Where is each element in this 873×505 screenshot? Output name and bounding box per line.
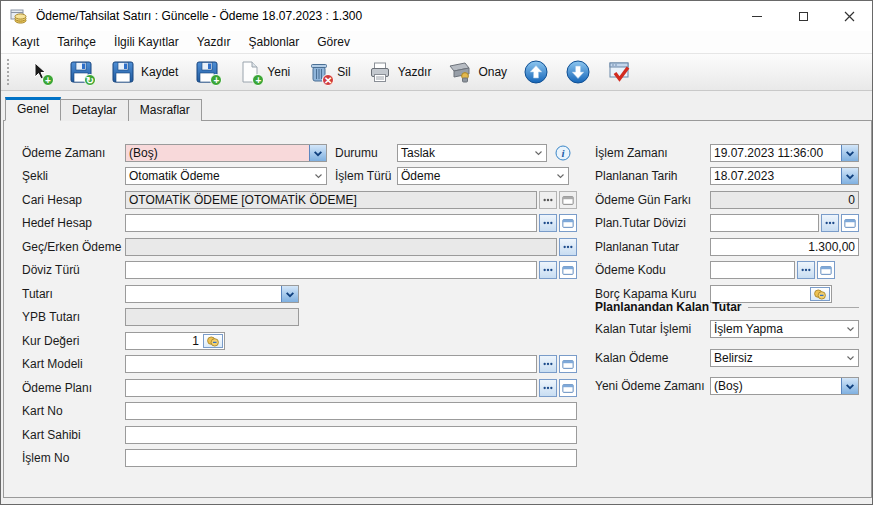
islem-turu-combo[interactable]: Ödeme [397, 167, 569, 185]
exchange-rate-icon[interactable] [203, 334, 223, 348]
dropdown-arrow-icon[interactable] [841, 168, 858, 184]
gec-erken-odeme-field [125, 238, 557, 256]
field-label-plan-tutar-dovizi: Plan.Tutar Dövizi [595, 214, 710, 232]
odeme-plani-open-card-button[interactable] [559, 379, 577, 397]
menu-yazdir[interactable]: Yazdır [188, 32, 240, 52]
new-button[interactable]: + Yeni [231, 57, 295, 87]
field-label-yeni-odeme-zamani: Yeni Ödeme Zamanı [595, 377, 710, 395]
field-label-kalan-tutar-islemi: Kalan Tutar İşlemi [595, 320, 710, 338]
apply-button[interactable] [602, 57, 638, 87]
delete-button[interactable]: ✕ Sil [301, 57, 355, 87]
hedef-hesap-browse-button[interactable] [539, 214, 557, 232]
hedef-hesap-field[interactable] [125, 214, 537, 232]
save-new-button[interactable]: + [189, 57, 225, 87]
trash-icon: ✕ [306, 59, 332, 85]
yeni-odeme-zamani-combo[interactable]: (Boş) [710, 377, 859, 395]
cari-hesap-open-card-button[interactable] [559, 191, 577, 209]
move-down-button[interactable] [560, 57, 596, 87]
odeme-kodu-field[interactable] [710, 261, 795, 279]
odeme-zamani-combo[interactable]: (Boş) [125, 144, 327, 162]
print-button-label: Yazdır [398, 65, 432, 79]
print-button[interactable]: Yazdır [362, 57, 437, 87]
kart-modeli-field[interactable] [125, 355, 537, 373]
field-label-tutari: Tutarı [22, 285, 125, 303]
field-label-gec-erken-odeme: Geç/Erken Ödeme [22, 238, 125, 256]
toolbar-grip[interactable] [7, 59, 11, 85]
field-label-planlanan-tutar: Planlanan Tutar [595, 238, 710, 256]
window-title: Ödeme/Tahsilat Satırı : Güncelle - Ödeme… [36, 9, 362, 23]
dropdown-arrow-icon[interactable] [309, 145, 326, 161]
save-button[interactable]: Kaydet [105, 57, 183, 87]
durumu-combo[interactable]: Taslak [397, 144, 547, 162]
status-info-icon[interactable]: i [555, 145, 571, 161]
odeme-kodu-open-card-button[interactable] [817, 261, 835, 279]
menu-kayit[interactable]: Kayıt [3, 32, 48, 52]
islem-no-field[interactable] [125, 449, 577, 467]
menu-gorev[interactable]: Görev [308, 32, 359, 52]
dropdown-arrow-icon[interactable] [841, 145, 858, 161]
chevron-down-icon[interactable] [530, 145, 546, 161]
kart-modeli-browse-button[interactable] [539, 355, 557, 373]
field-label-durumu: Durumu [335, 144, 397, 162]
doviz-turu-field[interactable] [125, 261, 537, 279]
menu-ilgili-kayitlar[interactable]: İlgili Kayıtlar [105, 32, 188, 52]
doviz-turu-open-card-button[interactable] [559, 261, 577, 279]
planlanan-tarih-picker[interactable]: 18.07.2023 [710, 167, 859, 185]
approve-button[interactable]: Onay [442, 57, 512, 87]
tab-detaylar[interactable]: Detaylar [60, 99, 129, 121]
new-button-label: Yeni [267, 65, 290, 79]
close-button[interactable] [826, 1, 872, 31]
select-add-button[interactable]: + [21, 57, 57, 87]
odeme-kodu-browse-button[interactable] [797, 261, 815, 279]
menu-sablonlar[interactable]: Şablonlar [240, 32, 309, 52]
maximize-icon [799, 12, 808, 21]
gec-erken-odeme-browse-button[interactable] [559, 238, 577, 256]
doviz-turu-browse-button[interactable] [539, 261, 557, 279]
minimize-button[interactable] [734, 1, 780, 31]
islem-zamani-picker[interactable]: 19.07.2023 11:36:00 [710, 144, 859, 162]
tab-genel[interactable]: Genel [5, 97, 61, 121]
kalan-tutar-islemi-combo[interactable]: İşlem Yapma [710, 320, 859, 338]
cari-hesap-browse-button[interactable] [539, 191, 557, 209]
sekli-combo[interactable]: Otomatik Ödeme [125, 167, 327, 185]
plan-tutar-dovizi-open-card-button[interactable] [841, 214, 859, 232]
hedef-hesap-open-card-button[interactable] [559, 214, 577, 232]
odeme-plani-field[interactable] [125, 379, 537, 397]
save-refresh-icon: ↻ [68, 59, 94, 85]
field-label-kart-sahibi: Kart Sahibi [22, 426, 125, 444]
field-label-odeme-plani: Ödeme Planı [22, 379, 125, 397]
kart-modeli-open-card-button[interactable] [559, 355, 577, 373]
kalan-odeme-combo[interactable]: Belirsiz [710, 349, 859, 367]
field-label-islem-no: İşlem No [22, 449, 125, 467]
kart-no-field[interactable] [125, 402, 577, 420]
tab-masraflar[interactable]: Masraflar [128, 99, 202, 121]
minimize-icon [752, 16, 762, 17]
tutari-combo[interactable] [125, 285, 299, 303]
dropdown-arrow-icon[interactable] [281, 286, 298, 302]
dropdown-arrow-icon[interactable] [841, 378, 858, 394]
planlanan-tutar-field[interactable]: 1.300,00 [710, 238, 859, 256]
kur-degeri-field[interactable]: 1 [125, 332, 225, 350]
chevron-down-icon[interactable] [310, 168, 326, 184]
delete-button-label: Sil [337, 65, 350, 79]
kart-sahibi-field[interactable] [125, 426, 577, 444]
odeme-plani-browse-button[interactable] [539, 379, 557, 397]
plan-tutar-dovizi-browse-button[interactable] [821, 214, 839, 232]
field-label-ypb-tutari: YPB Tutarı [22, 308, 125, 326]
field-label-kart-no: Kart No [22, 402, 125, 420]
chevron-down-icon[interactable] [552, 168, 568, 184]
plan-tutar-dovizi-field[interactable] [710, 214, 819, 232]
chevron-down-icon[interactable] [842, 321, 858, 337]
ypb-tutari-field [125, 308, 299, 326]
section-header-planlanandan-kalan-tutar: Planlanandan Kalan Tutar [595, 299, 859, 315]
field-label-islem-turu: İşlem Türü [335, 167, 397, 185]
tab-page-genel: Ödeme Zamanı (Boş) Şekli Otomatik Ödeme … [3, 120, 872, 498]
menu-tarihce[interactable]: Tarihçe [48, 32, 105, 52]
maximize-button[interactable] [780, 1, 826, 31]
move-up-button[interactable] [518, 57, 554, 87]
field-label-sekli: Şekli [22, 167, 125, 185]
field-label-islem-zamani: İşlem Zamanı [595, 144, 710, 162]
chevron-down-icon[interactable] [842, 350, 858, 366]
save-refresh-button[interactable]: ↻ [63, 57, 99, 87]
title-bar: Ödeme/Tahsilat Satırı : Güncelle - Ödeme… [1, 1, 872, 31]
